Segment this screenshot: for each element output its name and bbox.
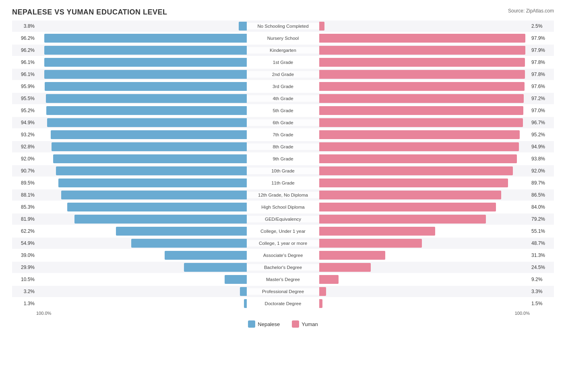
right-bar-wrap xyxy=(319,106,530,115)
left-bar-wrap xyxy=(36,179,247,187)
left-bar-wrap xyxy=(36,251,247,260)
right-bar-wrap xyxy=(319,94,530,103)
left-bar-wrap xyxy=(36,106,247,115)
right-bar-wrap xyxy=(319,166,530,175)
left-bar xyxy=(240,287,247,296)
right-bar xyxy=(319,179,508,187)
chart-title: NEPALESE VS YUMAN EDUCATION LEVEL xyxy=(12,8,554,16)
left-bar-wrap xyxy=(36,299,247,308)
right-value: 97.9% xyxy=(530,35,554,41)
left-bar xyxy=(44,58,247,67)
right-value: 94.9% xyxy=(530,144,554,150)
table-row: 94.9%6th Grade96.7% xyxy=(12,117,554,128)
left-bar xyxy=(56,166,247,175)
right-bar-wrap xyxy=(319,34,530,43)
right-bar xyxy=(319,58,525,67)
left-value: 93.2% xyxy=(12,132,36,138)
nepalese-label: Nepalese xyxy=(258,321,280,327)
right-value: 97.8% xyxy=(530,60,554,65)
right-bar-wrap xyxy=(319,263,530,272)
right-bar xyxy=(319,34,525,43)
left-value: 3.2% xyxy=(12,289,36,294)
right-value: 55.1% xyxy=(530,228,554,234)
left-bar-wrap xyxy=(36,130,247,139)
right-bar xyxy=(319,70,525,79)
right-bar xyxy=(319,215,486,224)
right-bar xyxy=(319,227,435,236)
left-bar xyxy=(51,130,247,139)
table-row: 95.5%4th Grade97.2% xyxy=(12,93,554,104)
table-row: 1.3%Doctorate Degree1.5% xyxy=(12,298,554,309)
left-value: 85.3% xyxy=(12,204,36,210)
table-row: 88.1%12th Grade, No Diploma86.5% xyxy=(12,189,554,201)
category-label: 7th Grade xyxy=(247,131,319,138)
left-bar xyxy=(244,299,247,308)
right-bar-wrap xyxy=(319,58,530,67)
right-bar-wrap xyxy=(319,275,530,284)
category-label: Professional Degree xyxy=(247,288,319,295)
right-value: 3.3% xyxy=(530,289,554,294)
table-row: 95.9%3rd Grade97.6% xyxy=(12,81,554,92)
left-bar-wrap xyxy=(36,22,247,31)
left-bar-wrap xyxy=(36,191,247,199)
right-bar xyxy=(319,287,326,296)
table-row: 95.2%5th Grade97.0% xyxy=(12,105,554,116)
table-row: 93.2%7th Grade95.2% xyxy=(12,129,554,140)
left-value: 54.9% xyxy=(12,240,36,246)
left-bar xyxy=(184,263,247,272)
table-row: 89.5%11th Grade89.7% xyxy=(12,177,554,189)
left-bar-wrap xyxy=(36,166,247,175)
table-row: 96.1%2nd Grade97.8% xyxy=(12,69,554,80)
category-label: High School Diploma xyxy=(247,204,319,210)
left-bar-wrap xyxy=(36,46,247,55)
left-value: 39.0% xyxy=(12,252,36,258)
right-bar-wrap xyxy=(319,203,530,211)
left-bar-wrap xyxy=(36,203,247,211)
right-value: 97.2% xyxy=(530,96,554,101)
left-value: 92.0% xyxy=(12,156,36,162)
right-bar-wrap xyxy=(319,118,530,127)
right-bar xyxy=(319,275,339,284)
category-label: 11th Grade xyxy=(247,180,319,186)
table-row: 29.9%Bachelor's Degree24.5% xyxy=(12,262,554,273)
table-row: 85.3%High School Diploma84.0% xyxy=(12,201,554,213)
left-bar-wrap xyxy=(36,275,247,284)
table-row: 96.2%Nursery School97.9% xyxy=(12,33,554,44)
left-value: 95.9% xyxy=(12,84,36,89)
chart-container: NEPALESE VS YUMAN EDUCATION LEVEL Source… xyxy=(0,0,566,344)
right-bar xyxy=(319,142,519,151)
left-bar xyxy=(46,94,247,103)
left-bar-wrap xyxy=(36,227,247,236)
category-label: 9th Grade xyxy=(247,156,319,162)
category-label: 12th Grade, No Diploma xyxy=(247,192,319,198)
right-value: 93.8% xyxy=(530,156,554,162)
left-bar xyxy=(239,22,247,31)
left-value: 96.1% xyxy=(12,72,36,77)
table-row: 92.8%8th Grade94.9% xyxy=(12,141,554,152)
category-label: College, 1 year or more xyxy=(247,240,319,246)
right-bar xyxy=(319,82,525,91)
table-row: 81.9%GED/Equivalency79.2% xyxy=(12,213,554,225)
axis-right: 100.0% xyxy=(515,311,530,316)
left-bar-wrap xyxy=(36,82,247,91)
right-value: 97.0% xyxy=(530,108,554,113)
left-bar xyxy=(165,251,247,260)
category-label: 5th Grade xyxy=(247,107,319,114)
left-bar xyxy=(47,118,247,127)
left-value: 29.9% xyxy=(12,265,36,270)
left-value: 96.1% xyxy=(12,60,36,65)
left-bar xyxy=(52,142,247,151)
left-bar xyxy=(67,203,247,211)
right-bar-wrap xyxy=(319,70,530,79)
right-bar-wrap xyxy=(319,215,530,224)
right-bar-wrap xyxy=(319,22,530,31)
left-bar-wrap xyxy=(36,118,247,127)
left-bar xyxy=(61,191,247,199)
left-bar xyxy=(74,215,247,224)
left-value: 95.2% xyxy=(12,108,36,113)
left-value: 89.5% xyxy=(12,180,36,186)
left-bar xyxy=(45,82,247,91)
left-bar-wrap xyxy=(36,154,247,163)
left-bar xyxy=(46,106,247,115)
category-label: 10th Grade xyxy=(247,168,319,174)
